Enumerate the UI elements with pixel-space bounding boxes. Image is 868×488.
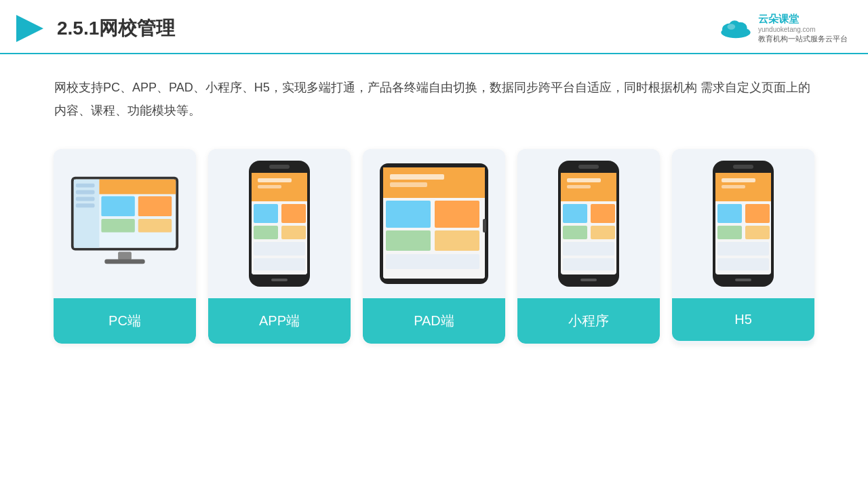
card-h5-image bbox=[672, 149, 814, 298]
svg-rect-58 bbox=[567, 178, 601, 182]
svg-rect-10 bbox=[99, 180, 176, 195]
page-header: 2.5.1网校管理 云朵课堂 yunduoketang.com 教育机构一站式服… bbox=[0, 0, 868, 54]
svg-rect-13 bbox=[101, 219, 134, 232]
svg-rect-63 bbox=[717, 204, 742, 223]
svg-point-5 bbox=[728, 24, 736, 29]
card-miniprogram-label: 小程序 bbox=[517, 298, 660, 344]
svg-rect-39 bbox=[386, 201, 431, 228]
svg-rect-16 bbox=[76, 190, 95, 195]
svg-rect-45 bbox=[390, 182, 427, 187]
svg-rect-9 bbox=[74, 180, 100, 248]
svg-rect-50 bbox=[563, 204, 587, 223]
svg-rect-64 bbox=[745, 204, 770, 223]
svg-rect-31 bbox=[269, 165, 290, 169]
svg-rect-32 bbox=[271, 279, 288, 281]
logo-url: yunduoketang.com bbox=[758, 26, 848, 33]
card-pad: PAD端 bbox=[363, 149, 505, 344]
svg-marker-0 bbox=[16, 15, 43, 42]
pc-device-icon bbox=[64, 173, 185, 274]
card-miniprogram: 小程序 bbox=[517, 149, 660, 344]
svg-rect-18 bbox=[76, 204, 95, 208]
svg-rect-28 bbox=[281, 226, 306, 239]
svg-rect-67 bbox=[717, 242, 769, 256]
app-device-icon bbox=[245, 159, 313, 288]
card-miniprogram-image bbox=[517, 149, 660, 298]
svg-rect-44 bbox=[390, 174, 444, 180]
card-pc-image bbox=[54, 149, 196, 298]
svg-rect-30 bbox=[254, 258, 305, 270]
logo-text-area: 云朵课堂 yunduoketang.com 教育机构一站式服务云平台 bbox=[758, 13, 848, 45]
logo-subtitle: 教育机构一站式服务云平台 bbox=[758, 33, 848, 45]
logo-area: 云朵课堂 yunduoketang.com 教育机构一站式服务云平台 bbox=[719, 13, 848, 45]
svg-rect-26 bbox=[281, 204, 306, 223]
logo-name: 云朵课堂 bbox=[758, 13, 848, 26]
svg-rect-14 bbox=[138, 219, 172, 232]
svg-rect-56 bbox=[578, 165, 599, 169]
card-app-image bbox=[208, 149, 351, 298]
h5-device-icon bbox=[709, 159, 777, 288]
card-pc: PC端 bbox=[54, 149, 196, 344]
svg-rect-51 bbox=[591, 204, 615, 223]
svg-rect-65 bbox=[717, 226, 742, 239]
svg-rect-66 bbox=[745, 226, 770, 239]
card-app: APP端 bbox=[208, 149, 351, 344]
svg-rect-20 bbox=[104, 260, 144, 264]
cards-container: PC端 bbox=[0, 136, 868, 344]
svg-rect-27 bbox=[254, 226, 278, 239]
card-pc-label: PC端 bbox=[54, 298, 196, 344]
svg-rect-17 bbox=[76, 197, 95, 201]
card-pad-label: PAD端 bbox=[363, 298, 505, 344]
svg-rect-12 bbox=[138, 197, 172, 217]
svg-rect-42 bbox=[435, 230, 479, 251]
svg-rect-71 bbox=[722, 178, 755, 182]
svg-rect-34 bbox=[258, 185, 281, 188]
svg-rect-29 bbox=[254, 242, 305, 256]
play-icon bbox=[14, 12, 46, 45]
svg-rect-46 bbox=[483, 219, 486, 232]
svg-rect-33 bbox=[258, 178, 292, 182]
svg-rect-11 bbox=[101, 197, 134, 217]
svg-rect-43 bbox=[386, 254, 479, 269]
svg-rect-54 bbox=[563, 242, 614, 256]
svg-rect-55 bbox=[563, 258, 614, 270]
svg-rect-57 bbox=[580, 279, 597, 281]
svg-rect-53 bbox=[591, 226, 615, 239]
card-pad-image bbox=[363, 149, 505, 298]
card-h5-label: H5 bbox=[672, 298, 814, 341]
svg-rect-72 bbox=[722, 185, 745, 188]
svg-rect-41 bbox=[386, 230, 431, 251]
svg-rect-52 bbox=[563, 226, 587, 239]
svg-rect-19 bbox=[118, 252, 132, 260]
description-text: 网校支持PC、APP、PAD、小程序、H5，实现多端打通，产品各终端自由切换，数… bbox=[0, 54, 868, 136]
svg-rect-70 bbox=[735, 279, 751, 281]
svg-rect-59 bbox=[567, 185, 591, 188]
card-app-label: APP端 bbox=[208, 298, 351, 344]
header-left: 2.5.1网校管理 bbox=[14, 12, 175, 45]
page-title: 2.5.1网校管理 bbox=[57, 16, 175, 41]
svg-rect-40 bbox=[435, 201, 479, 228]
card-h5: H5 bbox=[672, 149, 814, 344]
svg-rect-68 bbox=[717, 258, 769, 270]
miniprogram-device-icon bbox=[555, 159, 623, 288]
svg-rect-15 bbox=[76, 184, 95, 188]
svg-rect-25 bbox=[254, 204, 278, 223]
pad-device-icon bbox=[376, 158, 492, 290]
svg-rect-69 bbox=[733, 165, 753, 169]
logo-icon bbox=[719, 16, 753, 41]
